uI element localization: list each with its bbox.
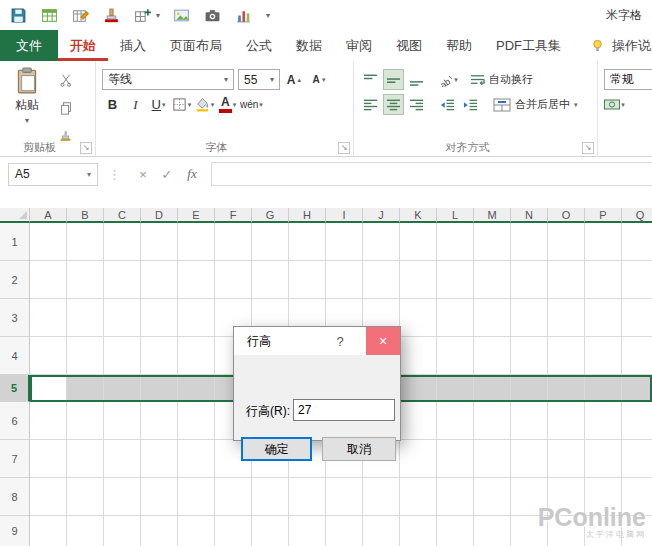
cell-L4[interactable] bbox=[437, 337, 474, 375]
cell-N2[interactable] bbox=[511, 261, 548, 299]
font-color-button[interactable]: A ▾ bbox=[217, 94, 238, 115]
row-height-input[interactable] bbox=[293, 399, 395, 421]
cell-Q5[interactable] bbox=[622, 375, 652, 402]
alignment-dialog-launcher-icon[interactable]: ↘ bbox=[582, 142, 594, 154]
cell-K6[interactable] bbox=[400, 402, 437, 440]
cell-N5[interactable] bbox=[511, 375, 548, 402]
cell-C4[interactable] bbox=[104, 337, 141, 375]
dialog-help-button[interactable]: ? bbox=[326, 327, 354, 355]
align-left-button[interactable] bbox=[360, 94, 381, 115]
cell-H1[interactable] bbox=[289, 223, 326, 261]
bold-button[interactable]: B bbox=[102, 94, 123, 115]
cell-L2[interactable] bbox=[437, 261, 474, 299]
cell-E1[interactable] bbox=[178, 223, 215, 261]
cell-N3[interactable] bbox=[511, 299, 548, 337]
insert-cells-icon[interactable] bbox=[132, 5, 152, 25]
cell-C7[interactable] bbox=[104, 440, 141, 478]
number-format-combo[interactable]: 常规 ▾ bbox=[604, 69, 652, 90]
cell-A8[interactable] bbox=[30, 478, 67, 516]
cell-K3[interactable] bbox=[400, 299, 437, 337]
column-header-C[interactable]: C bbox=[104, 208, 141, 223]
cell-B3[interactable] bbox=[67, 299, 104, 337]
cell-O9[interactable] bbox=[548, 516, 585, 546]
cell-Q4[interactable] bbox=[622, 337, 652, 375]
row-header-2[interactable]: 2 bbox=[0, 261, 30, 299]
cell-N7[interactable] bbox=[511, 440, 548, 478]
cell-E3[interactable] bbox=[178, 299, 215, 337]
format-painter-icon[interactable] bbox=[101, 5, 121, 25]
tab-page-layout[interactable]: 页面布局 bbox=[158, 30, 234, 61]
cell-A1[interactable] bbox=[30, 223, 67, 261]
cell-A4[interactable] bbox=[30, 337, 67, 375]
cell-A9[interactable] bbox=[30, 516, 67, 546]
ok-button[interactable]: 确定 bbox=[241, 437, 312, 461]
cell-P4[interactable] bbox=[585, 337, 622, 375]
tab-home[interactable]: 开始 bbox=[58, 30, 108, 61]
cell-B6[interactable] bbox=[67, 402, 104, 440]
underline-button[interactable]: U▾ bbox=[148, 94, 169, 115]
cell-M1[interactable] bbox=[474, 223, 511, 261]
cell-D3[interactable] bbox=[141, 299, 178, 337]
font-name-combo[interactable]: 等线 ▾ bbox=[102, 69, 234, 90]
cell-L9[interactable] bbox=[437, 516, 474, 546]
column-header-N[interactable]: N bbox=[511, 208, 548, 223]
cell-L3[interactable] bbox=[437, 299, 474, 337]
cell-M2[interactable] bbox=[474, 261, 511, 299]
cell-O1[interactable] bbox=[548, 223, 585, 261]
cell-B9[interactable] bbox=[67, 516, 104, 546]
tab-pdf-tools[interactable]: PDF工具集 bbox=[484, 30, 573, 61]
column-header-F[interactable]: F bbox=[215, 208, 252, 223]
cell-B1[interactable] bbox=[67, 223, 104, 261]
insert-function-icon[interactable]: fx bbox=[179, 166, 205, 182]
cell-C9[interactable] bbox=[104, 516, 141, 546]
row-header-9[interactable]: 9 bbox=[0, 516, 30, 546]
cell-B8[interactable] bbox=[67, 478, 104, 516]
shrink-font-button[interactable]: A▼ bbox=[309, 69, 330, 90]
dialog-close-button[interactable]: × bbox=[366, 327, 400, 355]
cell-N6[interactable] bbox=[511, 402, 548, 440]
cell-C2[interactable] bbox=[104, 261, 141, 299]
increase-indent-button[interactable] bbox=[460, 94, 481, 115]
cell-J8[interactable] bbox=[363, 478, 400, 516]
tab-view[interactable]: 视图 bbox=[384, 30, 434, 61]
cell-P5[interactable] bbox=[585, 375, 622, 402]
cell-D7[interactable] bbox=[141, 440, 178, 478]
column-header-E[interactable]: E bbox=[178, 208, 215, 223]
cell-C6[interactable] bbox=[104, 402, 141, 440]
select-all-corner[interactable] bbox=[0, 208, 30, 223]
tab-help[interactable]: 帮助 bbox=[434, 30, 484, 61]
cell-D4[interactable] bbox=[141, 337, 178, 375]
cell-F8[interactable] bbox=[215, 478, 252, 516]
orientation-button[interactable]: ab ▾ bbox=[437, 69, 458, 90]
cell-G2[interactable] bbox=[252, 261, 289, 299]
cell-D1[interactable] bbox=[141, 223, 178, 261]
row-header-6[interactable]: 6 bbox=[0, 402, 30, 440]
picture-icon[interactable] bbox=[171, 5, 191, 25]
cell-O4[interactable] bbox=[548, 337, 585, 375]
table-icon[interactable] bbox=[39, 5, 59, 25]
font-dialog-launcher-icon[interactable]: ↘ bbox=[338, 142, 350, 154]
column-header-P[interactable]: P bbox=[585, 208, 622, 223]
cell-E8[interactable] bbox=[178, 478, 215, 516]
tab-insert[interactable]: 插入 bbox=[108, 30, 158, 61]
cell-B4[interactable] bbox=[67, 337, 104, 375]
font-size-combo[interactable]: 55 ▾ bbox=[238, 69, 280, 90]
cell-Q1[interactable] bbox=[622, 223, 652, 261]
column-header-G[interactable]: G bbox=[252, 208, 289, 223]
column-header-O[interactable]: O bbox=[548, 208, 585, 223]
column-header-L[interactable]: L bbox=[437, 208, 474, 223]
decrease-indent-button[interactable] bbox=[437, 94, 458, 115]
row-header-4[interactable]: 4 bbox=[0, 337, 30, 375]
cell-A5[interactable] bbox=[30, 375, 67, 402]
phonetic-guide-button[interactable]: wén ▾ bbox=[240, 94, 263, 115]
paste-button[interactable]: 粘贴 ▾ bbox=[6, 65, 48, 146]
cell-M4[interactable] bbox=[474, 337, 511, 375]
row-header-8[interactable]: 8 bbox=[0, 478, 30, 516]
cell-L7[interactable] bbox=[437, 440, 474, 478]
cell-K1[interactable] bbox=[400, 223, 437, 261]
cell-G9[interactable] bbox=[252, 516, 289, 546]
cell-L6[interactable] bbox=[437, 402, 474, 440]
column-header-J[interactable]: J bbox=[363, 208, 400, 223]
cell-P6[interactable] bbox=[585, 402, 622, 440]
cell-N8[interactable] bbox=[511, 478, 548, 516]
